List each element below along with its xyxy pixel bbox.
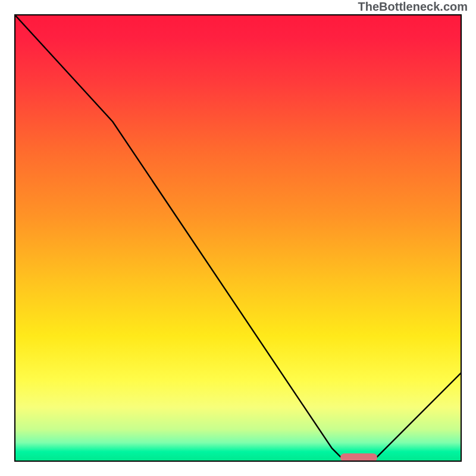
bottleneck-chart: TheBottleneck.com — [0, 0, 476, 476]
attribution-text: TheBottleneck.com — [358, 0, 468, 14]
plot-area — [14, 14, 462, 462]
bottleneck-curve-path — [14, 14, 462, 462]
curve-layer — [14, 14, 462, 462]
optimal-range-marker — [340, 453, 377, 462]
